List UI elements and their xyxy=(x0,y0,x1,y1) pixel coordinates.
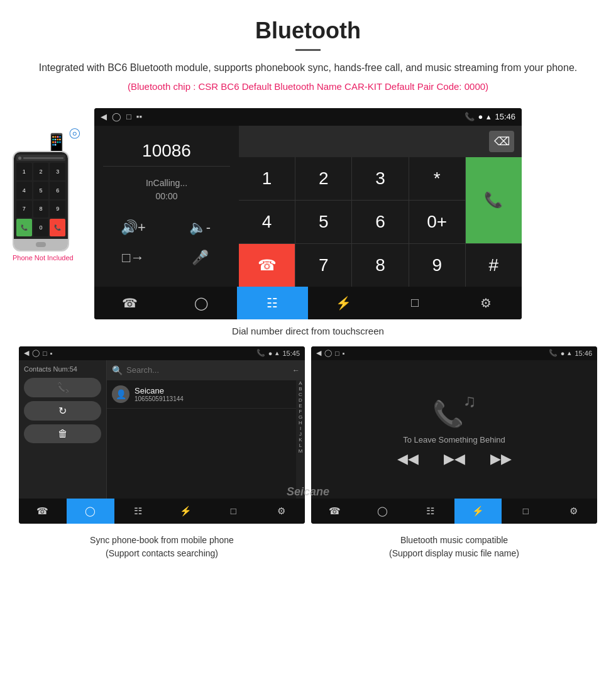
music-status-right: 📞 ● ▴ 15:46 xyxy=(549,348,592,358)
call-status-text: InCalling... xyxy=(103,177,230,190)
dial-number: 10086 xyxy=(103,136,230,167)
music-controls: ◀◀ ▶◀ ▶▶ xyxy=(397,451,512,467)
pb-status-left: ◀ ◯ □ ▪ xyxy=(24,348,53,358)
num-4-button[interactable]: 4 xyxy=(239,201,295,243)
num-3-button[interactable]: 3 xyxy=(352,157,408,200)
nav-bluetooth-button[interactable]: ⚡ xyxy=(308,287,379,319)
phone-mock-home xyxy=(14,239,68,250)
nav-contacts-button[interactable]: ◯ xyxy=(165,287,236,319)
pb-alphabet: A B C D E F G H I J K L xyxy=(296,380,305,499)
num-1-button[interactable]: 1 xyxy=(239,157,295,200)
contact-name: Seicane xyxy=(135,386,184,395)
num-5-button[interactable]: 5 xyxy=(295,201,351,243)
pb-delete-button[interactable]: 🗑 xyxy=(24,424,101,443)
music-icon-area: 📞 ♫ xyxy=(432,391,476,429)
pb-refresh-button[interactable]: ↻ xyxy=(24,401,101,421)
num-8-button[interactable]: 8 xyxy=(352,244,408,287)
music-nav-dialpad[interactable]: ☷ xyxy=(407,499,454,524)
back-icon: ◀ xyxy=(101,112,107,121)
music-caption: Bluetooth music compatible(Support displ… xyxy=(311,534,597,560)
music-next-button[interactable]: ▶▶ xyxy=(490,451,512,467)
music-status-bar: ◀ ◯ □ ▪ 📞 ● ▴ 15:46 xyxy=(311,346,597,360)
num-9-button[interactable]: 9 xyxy=(409,244,465,287)
music-nav-contacts[interactable]: ◯ xyxy=(359,499,407,524)
pb-nav-phone[interactable]: ☎ xyxy=(19,499,67,524)
numpad-grid: 1 2 3 * 📞 4 5 6 0+ ☎ 7 8 9 # xyxy=(239,157,522,287)
contact-avatar: 👤 xyxy=(112,385,129,403)
pb-nav-contacts[interactable]: ◯ xyxy=(67,499,114,524)
volume-up-button[interactable]: 🔊+ xyxy=(103,216,163,240)
music-nav-transfer[interactable]: □ xyxy=(502,499,549,524)
main-bottom-nav: ☎ ◯ ☷ ⚡ □ ⚙ xyxy=(94,287,522,319)
phone-mock: 1 2 3 4 5 6 7 8 9 📞 0 📞 xyxy=(13,151,69,251)
music-body: 📞 ♫ To Leave Something Behind ◀◀ ▶◀ ▶▶ xyxy=(311,360,597,499)
main-screen-container: ◀ ◯ □ ▪▪ 📞 ● ▴ 15:46 10086 In xyxy=(88,108,528,319)
pb-nav-settings[interactable]: ⚙ xyxy=(257,499,305,524)
recent-icon: □ xyxy=(126,112,131,121)
phonebook-screen-wrapper: ◀ ◯ □ ▪ 📞 ● ▴ 15:45 Contacts N xyxy=(19,346,305,524)
transfer-button[interactable]: □→ xyxy=(103,246,163,270)
num-hash-button[interactable]: # xyxy=(466,244,522,287)
contact-info: Seicane 10655059113144 xyxy=(135,386,184,402)
pb-nav-transfer[interactable]: □ xyxy=(209,499,257,524)
phone-image-area: 📱 ⦾ 1 2 3 4 5 6 7 xyxy=(13,132,74,262)
phonebook-screen: ◀ ◯ □ ▪ 📞 ● ▴ 15:45 Contacts N xyxy=(19,346,305,524)
status-bar-left: ◀ ◯ □ ▪▪ xyxy=(101,112,142,121)
pb-nav-bluetooth[interactable]: ⚡ xyxy=(162,499,210,524)
num-7-button[interactable]: 7 xyxy=(295,244,351,287)
pb-notif-icon: ▪ xyxy=(50,350,53,357)
num-0plus-button[interactable]: 0+ xyxy=(409,201,465,243)
music-notif-icon: ▪ xyxy=(343,350,345,357)
nav-dialpad-button[interactable]: ☷ xyxy=(237,287,308,319)
page-header: Bluetooth Integrated with BC6 Bluetooth … xyxy=(0,0,616,108)
music-bottom-nav: ☎ ◯ ☷ ⚡ □ ⚙ xyxy=(311,499,597,524)
num-2-button[interactable]: 2 xyxy=(295,157,351,200)
pb-bottom-nav: ☎ ◯ ☷ ⚡ □ ⚙ xyxy=(19,499,305,524)
pb-nav-dialpad[interactable]: ☷ xyxy=(114,499,162,524)
music-phone-icon: 📞 xyxy=(549,349,558,357)
music-nav-bluetooth[interactable]: ⚡ xyxy=(454,499,502,524)
pb-search-icon: 🔍 xyxy=(112,365,123,375)
bottom-captions: Sync phone-book from mobile phone(Suppor… xyxy=(0,530,616,566)
call-green-button[interactable]: 📞 xyxy=(466,157,522,243)
pb-search-row: 🔍 ← xyxy=(107,360,305,380)
num-star-button[interactable]: * xyxy=(409,157,465,200)
music-next-track-button[interactable]: ▶◀ xyxy=(444,451,465,467)
notification-icon: ▪▪ xyxy=(136,112,142,121)
nav-settings-button[interactable]: ⚙ xyxy=(451,287,522,319)
phone-mock-screen: 1 2 3 4 5 6 7 8 9 📞 0 📞 xyxy=(14,152,68,239)
nav-transfer-button[interactable]: □ xyxy=(379,287,450,319)
backspace-button[interactable]: ⌫ xyxy=(489,131,514,152)
music-phone-icon: 📞 xyxy=(432,399,464,429)
music-nav-settings[interactable]: ⚙ xyxy=(549,499,597,524)
music-location-icon: ● xyxy=(561,350,565,357)
music-prev-button[interactable]: ◀◀ xyxy=(397,451,419,467)
pb-right-panel: 🔍 ← 👤 Seicane 10655059113144 xyxy=(107,360,305,499)
pb-back-icon: ◀ xyxy=(24,349,29,357)
phonebook-caption: Sync phone-book from mobile phone(Suppor… xyxy=(19,534,305,560)
pb-location-icon: ● xyxy=(268,350,273,357)
number-input-row: ⌫ xyxy=(239,126,522,157)
music-home-icon: ◯ xyxy=(324,349,332,357)
title-underline xyxy=(295,49,321,51)
time-display: 15:46 xyxy=(495,112,515,121)
pb-call-button[interactable]: 📞 xyxy=(24,378,101,397)
dial-left-panel: 10086 InCalling... 00:00 🔊+ 🔈- □→ 🎤 xyxy=(94,126,239,287)
pb-contacts-label: Contacts Num:54 xyxy=(24,365,101,373)
list-item: 👤 Seicane 10655059113144 xyxy=(107,380,296,409)
num-6-button[interactable]: 6 xyxy=(352,201,408,243)
call-red-button[interactable]: ☎ xyxy=(239,244,295,287)
pb-status-right: 📞 ● ▴ 15:45 xyxy=(256,348,300,358)
volume-down-button[interactable]: 🔈- xyxy=(170,216,230,240)
location-icon: ● xyxy=(478,112,483,121)
bottom-screenshots: ◀ ◯ □ ▪ 📞 ● ▴ 15:45 Contacts N xyxy=(0,346,616,524)
page-title: Bluetooth xyxy=(25,18,591,44)
pb-recent-icon: □ xyxy=(43,350,47,357)
nav-phone-button[interactable]: ☎ xyxy=(94,287,165,319)
microphone-button[interactable]: 🎤 xyxy=(170,246,230,270)
music-nav-phone[interactable]: ☎ xyxy=(311,499,359,524)
pb-wifi-icon: ▴ xyxy=(275,349,279,357)
call-timer: 00:00 xyxy=(103,190,230,203)
music-song-title: To Leave Something Behind xyxy=(403,435,505,444)
pb-search-input[interactable] xyxy=(126,365,289,375)
